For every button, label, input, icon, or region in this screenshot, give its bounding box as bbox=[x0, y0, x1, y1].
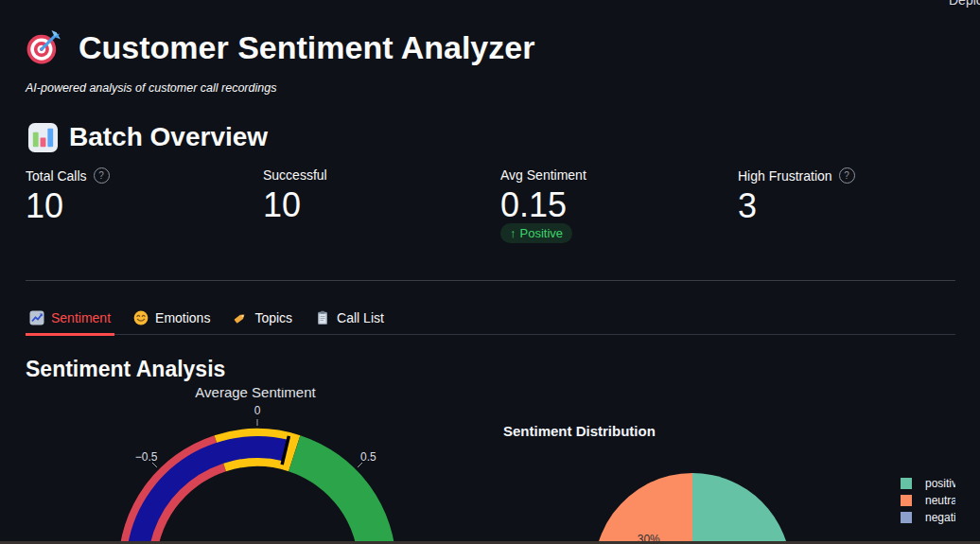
clipboard-icon bbox=[315, 310, 330, 325]
metric-high-frustration: High Frustration ? 3 bbox=[738, 167, 965, 226]
pie-chart[interactable]: 50%30%20% Sentiment Distribution positiv… bbox=[499, 388, 955, 544]
tab-bar: Sentiment Emotions Topics bbox=[26, 307, 955, 335]
legend-swatch bbox=[901, 495, 912, 506]
pie-title: Sentiment Distribution bbox=[503, 423, 656, 439]
metric-value: 10 bbox=[263, 185, 490, 225]
legend-label: neutral bbox=[925, 494, 955, 507]
chart-increasing-icon bbox=[29, 310, 44, 325]
help-icon[interactable]: ? bbox=[94, 167, 110, 184]
page-header: Customer Sentiment Analyzer bbox=[26, 28, 534, 66]
help-icon[interactable]: ? bbox=[839, 167, 855, 184]
page-title: Customer Sentiment Analyzer bbox=[79, 28, 534, 66]
target-icon bbox=[26, 29, 61, 65]
section-heading: Sentiment Analysis bbox=[26, 357, 225, 382]
delta-badge: ↑ Positive bbox=[500, 223, 572, 243]
legend-label: positive bbox=[925, 477, 955, 490]
gauge-title: Average Sentiment bbox=[26, 388, 485, 400]
page-subtitle: AI-powered analysis of customer call rec… bbox=[26, 81, 276, 95]
metric-total-calls: Total Calls ? 10 bbox=[26, 167, 253, 226]
tab-label: Emotions bbox=[155, 310, 210, 325]
metric-value: 3 bbox=[738, 186, 965, 226]
legend-swatch bbox=[901, 478, 912, 489]
tab-label: Sentiment bbox=[51, 310, 111, 325]
arrow-up-icon: ↑ bbox=[510, 226, 516, 240]
svg-text:−0.5: −0.5 bbox=[135, 450, 158, 464]
metric-label: High Frustration bbox=[738, 168, 832, 184]
bar-chart-icon bbox=[27, 122, 59, 153]
overview-heading: Batch Overview bbox=[69, 121, 268, 153]
legend-item-positive[interactable]: positive bbox=[901, 477, 955, 490]
svg-text:0: 0 bbox=[254, 404, 261, 417]
tab-call-list[interactable]: Call List bbox=[311, 307, 388, 336]
gauge-plot[interactable]: −0.500.5 bbox=[26, 388, 485, 544]
legend-item-neutral[interactable]: neutral bbox=[901, 494, 955, 507]
metric-label: Total Calls bbox=[26, 168, 87, 184]
pie-legend: positive neutral negative bbox=[901, 477, 955, 524]
metric-label: Successful bbox=[263, 167, 327, 183]
overview-header: Batch Overview bbox=[27, 121, 268, 153]
metric-value: 0.15 bbox=[500, 185, 727, 225]
pie-plot[interactable]: 50%30%20% bbox=[499, 388, 955, 544]
deploy-button[interactable]: Deploy bbox=[949, 0, 980, 8]
tab-label: Topics bbox=[254, 310, 292, 325]
tab-topics[interactable]: Topics bbox=[229, 307, 296, 336]
svg-text:0.5: 0.5 bbox=[360, 450, 376, 464]
tag-icon bbox=[233, 310, 248, 325]
tab-emotions[interactable]: Emotions bbox=[130, 307, 214, 336]
metric-value: 10 bbox=[26, 186, 253, 226]
app-root: Deploy Customer Sentiment Analyzer AI-po… bbox=[0, 0, 980, 544]
legend-item-negative[interactable]: negative bbox=[901, 511, 955, 524]
tab-sentiment[interactable]: Sentiment bbox=[26, 307, 114, 336]
metric-avg-sentiment: Avg Sentiment 0.15 bbox=[500, 167, 727, 225]
legend-label: negative bbox=[925, 511, 955, 524]
tab-label: Call List bbox=[337, 310, 384, 325]
divider bbox=[26, 280, 955, 281]
delta-label: Positive bbox=[520, 226, 564, 240]
metric-successful: Successful 10 bbox=[263, 167, 490, 225]
metric-label: Avg Sentiment bbox=[500, 167, 586, 183]
legend-swatch bbox=[901, 512, 912, 523]
smiley-icon bbox=[133, 310, 149, 325]
gauge-chart[interactable]: −0.500.5 Average Sentiment bbox=[26, 388, 485, 544]
